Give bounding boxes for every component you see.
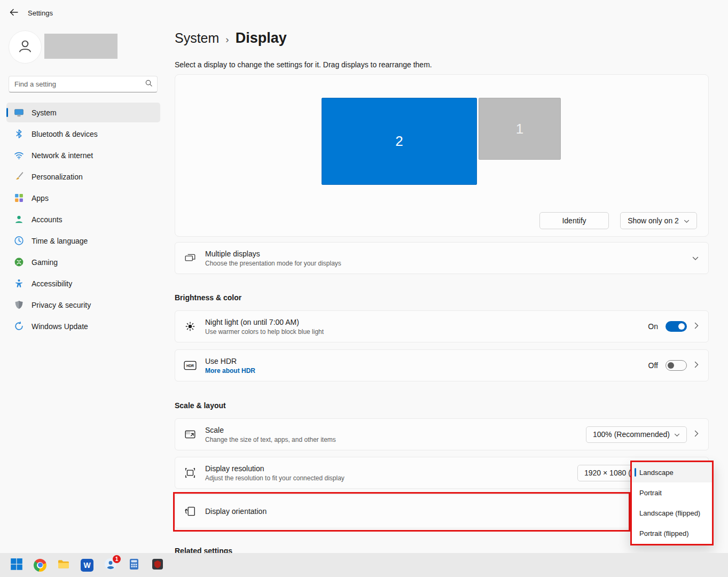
folder-icon <box>57 558 70 573</box>
night-light-title: Night light (on until 7:00 AM) <box>205 318 639 326</box>
use-hdr-title: Use HDR <box>205 357 640 365</box>
chevron-right-icon <box>694 430 699 439</box>
more-about-hdr-link[interactable]: More about HDR <box>205 367 640 375</box>
display-resolution-title: Display resolution <box>205 464 569 473</box>
taskbar-calculator-button[interactable] <box>123 555 145 576</box>
display-resolution-subtitle: Adjust the resolution to fit your connec… <box>205 474 569 482</box>
page-title: Display <box>236 30 287 46</box>
breadcrumb-separator-icon: › <box>225 32 229 45</box>
shield-icon <box>14 300 24 310</box>
multiple-displays-text: Multiple displays Choose the presentatio… <box>205 249 684 267</box>
orientation-option-portrait[interactable]: Portrait <box>632 482 712 503</box>
identify-button-label: Identify <box>562 216 586 225</box>
taskbar-game-button[interactable] <box>147 555 168 576</box>
display-arrangement-card: 2 1 Identify Show only on 2 <box>175 74 709 237</box>
sidebar-item-label: Time & language <box>32 237 88 245</box>
sidebar-item-network-internet[interactable]: Network & internet <box>6 145 160 165</box>
taskbar-file-explorer-button[interactable] <box>53 555 74 576</box>
taskbar-word-button[interactable]: W <box>76 555 98 576</box>
breadcrumb-parent[interactable]: System <box>175 30 219 46</box>
chevron-down-icon[interactable] <box>692 253 699 263</box>
breadcrumb: System › Display <box>175 30 287 46</box>
update-arrows-icon <box>14 321 24 331</box>
option-label: Portrait <box>639 489 662 497</box>
sidebar-item-label: Network & internet <box>32 151 93 160</box>
bluetooth-icon <box>14 129 24 139</box>
sidebar-item-bluetooth-devices[interactable]: Bluetooth & devices <box>6 124 160 144</box>
night-light-toggle[interactable] <box>666 321 687 332</box>
display-resolution-row[interactable]: Display resolution Adjust the resolution… <box>175 457 709 489</box>
sidebar-item-label: Bluetooth & devices <box>32 130 98 138</box>
chevron-right-icon <box>694 361 699 370</box>
display-orientation-row[interactable]: Display orientation <box>175 494 709 528</box>
night-light-subtitle: Use warmer colors to help block blue lig… <box>205 328 639 336</box>
sidebar-item-label: Apps <box>32 194 49 202</box>
search-input[interactable] <box>14 80 145 88</box>
sidebar-item-label: Gaming <box>32 258 58 267</box>
scale-text: Scale Change the size of text, apps, and… <box>205 426 577 443</box>
sidebar-item-label: Windows Update <box>32 322 88 331</box>
sidebar-item-apps[interactable]: Apps <box>6 188 160 208</box>
multiple-displays-row[interactable]: Multiple displays Choose the presentatio… <box>175 242 709 274</box>
sidebar-nav: System Bluetooth & devices Network & int… <box>6 103 160 338</box>
scale-dropdown[interactable]: 100% (Recommended) <box>586 426 687 443</box>
taskbar-people-button[interactable]: 1 <box>100 555 121 576</box>
display-orientation-title: Display orientation <box>205 507 699 516</box>
sidebar-item-system[interactable]: System <box>6 103 160 122</box>
sidebar-item-personalization[interactable]: Personalization <box>6 167 160 186</box>
monitor-2-label: 2 <box>395 133 403 150</box>
section-brightness-color: Brightness & color <box>175 293 241 302</box>
monitor-1[interactable]: 1 <box>479 98 561 160</box>
hdr-toggle[interactable] <box>666 360 687 371</box>
sidebar-item-accounts[interactable]: Accounts <box>6 209 160 229</box>
hdr-state-label: Off <box>648 361 658 370</box>
show-only-dropdown-button[interactable]: Show only on 2 <box>620 212 697 229</box>
orientation-option-landscape-flipped[interactable]: Landscape (flipped) <box>632 503 712 524</box>
sidebar-item-accessibility[interactable]: Accessibility <box>6 274 160 293</box>
monitor-2[interactable]: 2 <box>322 98 477 185</box>
selected-accent-bar <box>635 468 636 477</box>
orientation-icon <box>184 505 197 517</box>
night-light-state-label: On <box>648 322 658 331</box>
user-name-redacted <box>44 34 118 59</box>
identify-button[interactable]: Identify <box>539 212 609 229</box>
person-avatar-icon <box>17 37 34 57</box>
orientation-option-landscape[interactable]: Landscape <box>632 462 712 482</box>
chevron-down-icon <box>684 216 690 225</box>
use-hdr-row[interactable]: HDR Use HDR More about HDR Off <box>175 349 709 381</box>
multiple-displays-icon <box>184 252 197 264</box>
back-button[interactable] <box>6 6 21 20</box>
hdr-icon-text: HDR <box>186 364 194 368</box>
start-button[interactable] <box>6 555 27 576</box>
notification-badge: 1 <box>113 555 121 563</box>
sidebar-item-label: Accessibility <box>32 279 72 288</box>
option-label: Portrait (flipped) <box>639 529 688 537</box>
sidebar-item-label: Accounts <box>32 215 62 224</box>
back-arrow-icon <box>9 7 19 19</box>
sidebar-item-gaming[interactable]: Gaming <box>6 252 160 272</box>
sidebar-item-windows-update[interactable]: Windows Update <box>6 316 160 336</box>
sidebar-item-label: Personalization <box>32 173 83 181</box>
sidebar-item-privacy-security[interactable]: Privacy & security <box>6 295 160 315</box>
selected-accent-bar <box>6 108 8 117</box>
orientation-option-portrait-flipped[interactable]: Portrait (flipped) <box>632 524 712 544</box>
scale-subtitle: Change the size of text, apps, and other… <box>205 436 577 443</box>
game-shield-icon <box>151 558 164 573</box>
option-label: Landscape (flipped) <box>639 509 700 517</box>
word-letter: W <box>83 561 90 570</box>
accounts-person-icon <box>14 214 24 224</box>
calculator-icon <box>128 558 140 573</box>
taskbar-chrome-button[interactable] <box>29 555 51 576</box>
multiple-displays-title: Multiple displays <box>205 249 684 258</box>
night-light-text: Night light (on until 7:00 AM) Use warme… <box>205 318 639 336</box>
scale-row[interactable]: Scale Change the size of text, apps, and… <box>175 418 709 450</box>
sidebar-item-label: System <box>32 108 57 117</box>
night-light-row[interactable]: Night light (on until 7:00 AM) Use warme… <box>175 310 709 342</box>
resolution-icon <box>184 467 197 479</box>
scale-dropdown-value: 100% (Recommended) <box>593 430 670 439</box>
scale-title: Scale <box>205 426 577 434</box>
display-orientation-text: Display orientation <box>205 507 699 516</box>
orientation-flyout: Landscape Portrait Landscape (flipped) P… <box>630 461 714 545</box>
sidebar-item-time-language[interactable]: Time & language <box>6 231 160 251</box>
search-box[interactable] <box>9 76 158 92</box>
